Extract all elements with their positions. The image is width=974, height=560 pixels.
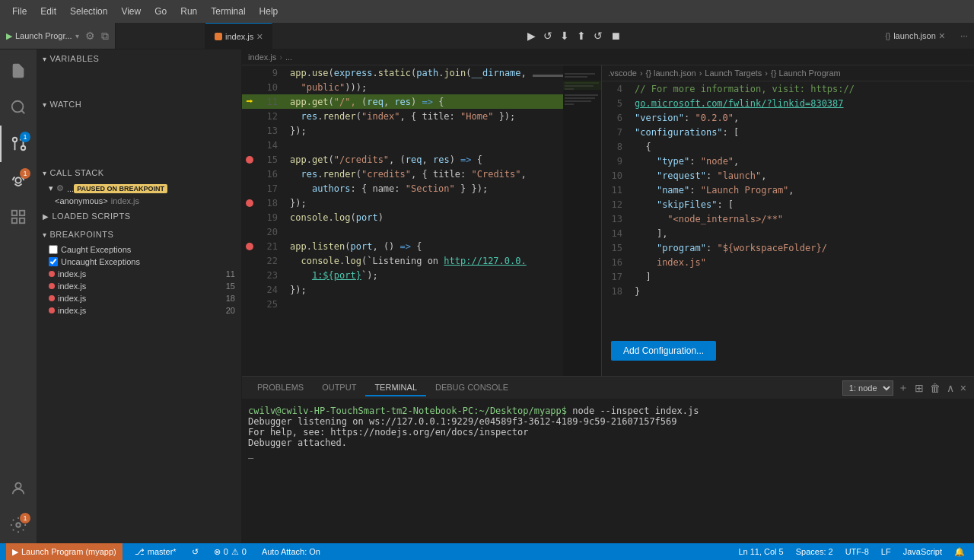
debug-step-into-button[interactable]: ⬇ <box>559 28 571 43</box>
json-icon: {} <box>885 32 890 40</box>
terminal-cursor-text: _ <box>248 448 253 459</box>
uncaught-exceptions-checkbox[interactable] <box>49 257 58 266</box>
terminal-close-button[interactable]: × <box>959 380 968 396</box>
breakpoints-header[interactable]: ▾ BREAKPOINTS <box>37 225 241 243</box>
settings-icon[interactable]: ⚙ <box>85 30 95 42</box>
debug-launch-tab[interactable]: ▶ Launch Progr... ▾ ⚙ ⧉ <box>0 23 116 49</box>
breadcrumb-context: ... <box>285 52 292 62</box>
menu-selection[interactable]: Selection <box>64 3 113 20</box>
variables-header[interactable]: ▾ VARIABLES <box>37 49 241 68</box>
activity-settings[interactable]: 1 <box>0 507 37 543</box>
debug-restart-button[interactable]: ↺ <box>592 28 604 43</box>
terminal-add-button[interactable]: ＋ <box>896 380 910 396</box>
tab-debug-console[interactable]: DEBUG CONSOLE <box>426 380 517 396</box>
call-stack-label: CALL STACK <box>50 168 104 177</box>
activity-search[interactable] <box>0 89 37 126</box>
caught-exceptions-label: Caught Exceptions <box>61 245 131 254</box>
tab-index-js[interactable]: index.js × <box>205 23 272 49</box>
menu-file[interactable]: File <box>6 3 33 20</box>
warning-count: 0 <box>242 547 247 556</box>
terminal-trash-button[interactable]: 🗑 <box>928 380 942 396</box>
tab-terminal[interactable]: TERMINAL <box>365 380 426 396</box>
copy-icon[interactable]: ⧉ <box>101 30 109 43</box>
status-notifications[interactable]: 🔔 <box>951 547 968 557</box>
svg-rect-7 <box>12 218 17 223</box>
breakpoint-file-3[interactable]: index.js 20 <box>37 304 241 317</box>
status-debug-mode: ▶ Launch Program (myapp) <box>6 543 123 560</box>
terminal-prompt: cwilv@cwilv-HP-TouchSmart-tm2-Notebook-P… <box>248 406 567 416</box>
status-sync[interactable]: ↺ <box>189 547 202 557</box>
tab-launch-json[interactable]: {} launch.json × <box>876 23 954 49</box>
menu-terminal[interactable]: Terminal <box>205 3 251 20</box>
launch-line-18: 18 } <box>602 284 974 298</box>
caught-exceptions-checkbox[interactable] <box>49 245 58 254</box>
status-right: Ln 11, Col 5 Spaces: 2 UTF-8 LF JavaScri… <box>735 547 968 557</box>
menu-go[interactable]: Go <box>148 3 173 20</box>
debug-step-out-button[interactable]: ⬆ <box>575 28 587 43</box>
more-actions-button[interactable]: ··· <box>954 30 974 41</box>
launch-json-editor[interactable]: .vscode › {} launch.json › Launch Target… <box>601 65 974 376</box>
activity-extensions[interactable] <box>0 199 37 235</box>
menu-view[interactable]: View <box>115 3 147 20</box>
status-line-col[interactable]: Ln 11, Col 5 <box>735 547 786 556</box>
status-auto-attach[interactable]: Auto Attach: On <box>259 547 323 556</box>
activity-explorer[interactable] <box>0 52 37 89</box>
terminal-content[interactable]: cwilv@cwilv-HP-TouchSmart-tm2-Notebook-P… <box>242 399 974 543</box>
status-spaces[interactable]: Spaces: 2 <box>793 547 836 556</box>
status-line-ending[interactable]: LF <box>878 547 894 556</box>
status-errors[interactable]: ⊗ 0 ⚠ 0 <box>211 547 250 557</box>
menu-help[interactable]: Help <box>253 3 285 20</box>
debug-play-icon: ▶ <box>12 547 18 557</box>
call-stack-frame[interactable]: <anonymous> index.js <box>37 195 241 207</box>
watch-section: ▾ WATCH <box>37 95 241 164</box>
menu-edit[interactable]: Edit <box>34 3 62 20</box>
watch-header[interactable]: ▾ WATCH <box>37 95 241 113</box>
terminal-instance-select[interactable]: 1: node <box>842 380 893 396</box>
close-index-js-button[interactable]: × <box>256 31 263 42</box>
svg-rect-11 <box>565 73 595 75</box>
svg-point-3 <box>15 177 21 183</box>
code-line-11: ⮕ 11 app.get("/", (req, res) => { <box>242 94 563 109</box>
svg-rect-20 <box>563 81 601 90</box>
tab-bar: ▶ Launch Progr... ▾ ⚙ ⧉ index.js × ▶ ↺ ⬇… <box>0 23 974 49</box>
bp-indicator-21 <box>242 243 257 250</box>
breakpoint-file-1[interactable]: index.js 15 <box>37 280 241 292</box>
tab-problems[interactable]: PROBLEMS <box>248 380 313 396</box>
uncaught-exceptions-label: Uncaught Exceptions <box>61 257 140 266</box>
status-language[interactable]: JavaScript <box>900 547 945 556</box>
tab-bar-right: index.js × ▶ ↺ ⬇ ⬆ ↺ ⏹ {} launch.json × … <box>205 23 974 49</box>
tab-output[interactable]: OUTPUT <box>313 380 365 396</box>
menu-run[interactable]: Run <box>174 3 203 20</box>
breakpoint-file-2[interactable]: index.js 18 <box>37 292 241 304</box>
call-stack-thread[interactable]: ▾ ⚙ ... PAUSED ON BREAKPOINT <box>37 182 241 195</box>
debug-disconnect-button[interactable]: ⏹ <box>609 28 622 43</box>
debug-tab-label: Launch Progr... <box>15 31 72 40</box>
code-editor[interactable]: 9 app.use(express.static(path.join(__dir… <box>242 65 563 376</box>
debug-badge: 1 <box>20 168 30 179</box>
launch-line-16: 16 index.js" <box>602 255 974 269</box>
activity-debug[interactable]: 1 <box>0 162 37 199</box>
code-line-22: 22 console.log(`Listening on http://127.… <box>242 253 563 268</box>
launch-line-4: 4 // For more information, visit: https:… <box>602 81 974 96</box>
play-icon: ▶ <box>6 31 12 41</box>
activity-source-control[interactable]: 1 <box>0 126 37 162</box>
call-stack-arrow: ▾ <box>43 169 47 177</box>
breakpoint-file-0[interactable]: index.js 11 <box>37 268 241 280</box>
breakpoints-arrow: ▾ <box>43 231 47 239</box>
loaded-scripts-header[interactable]: ▶ LOADED SCRIPTS <box>37 207 241 225</box>
svg-rect-18 <box>565 100 591 102</box>
debug-continue-button[interactable]: ▶ <box>526 28 537 43</box>
launch-line-13: 13 "<node_internals>/**" <box>602 212 974 226</box>
add-configuration-button[interactable]: Add Configuration... <box>611 341 716 361</box>
status-encoding[interactable]: UTF-8 <box>842 547 872 556</box>
language-label: JavaScript <box>903 547 942 556</box>
status-branch[interactable]: ⎇ master* <box>132 547 180 557</box>
terminal-maximize-button[interactable]: ∧ <box>945 380 956 396</box>
code-line-14: 14 <box>242 138 563 152</box>
debug-step-over-button[interactable]: ↺ <box>542 28 554 43</box>
terminal-split-button[interactable]: ⊞ <box>913 380 925 396</box>
editor-area: index.js › ... 9 app.use(express.static(… <box>242 49 974 543</box>
close-launch-json-button[interactable]: × <box>939 30 945 42</box>
activity-account[interactable] <box>0 470 37 507</box>
call-stack-header[interactable]: ▾ CALL STACK <box>37 164 241 182</box>
